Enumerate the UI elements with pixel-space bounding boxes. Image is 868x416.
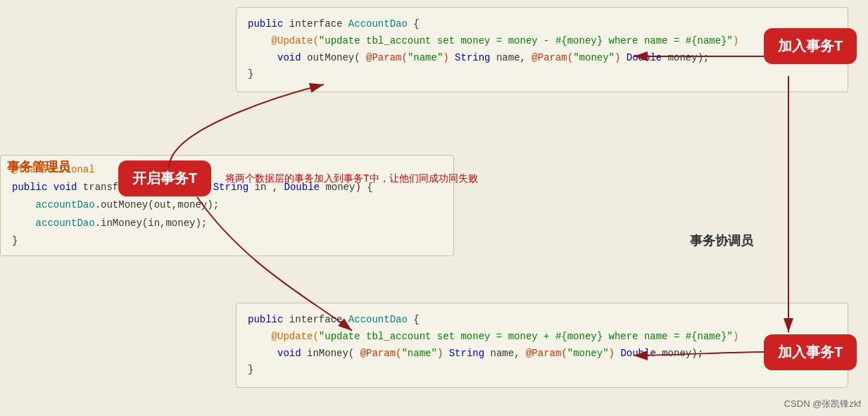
- code-line-b1: public interface AccountDao {: [248, 312, 836, 329]
- code-line-b4: }: [248, 362, 836, 379]
- method-line-1: accountDao.outMoney(out,money);: [12, 196, 442, 214]
- badge-join-top: 加入事务T: [764, 28, 857, 64]
- code-line-1: public interface AccountDao {: [248, 16, 836, 33]
- method-line-2: accountDao.inMoney(in,money);: [12, 215, 442, 232]
- manager-label: 事务管理员: [7, 158, 70, 175]
- top-code-box: public interface AccountDao { @Update("u…: [236, 7, 848, 92]
- bottom-code-box: public interface AccountDao { @Update("u…: [236, 303, 848, 388]
- annotation-text: 将两个数据层的事务加入到事务T中，让他们同成功同失败: [225, 172, 478, 185]
- code-line-2: @Update("update tbl_account set money = …: [248, 33, 836, 50]
- badge-open-transaction: 开启事务T: [118, 160, 211, 196]
- code-line-b2: @Update("update tbl_account set money = …: [248, 329, 836, 346]
- coordinator-label: 事务协调员: [690, 232, 753, 249]
- badge-join-bottom: 加入事务T: [764, 334, 857, 370]
- code-line-3: void outMoney( @Param("name") String nam…: [248, 50, 836, 67]
- code-line-4: }: [248, 66, 836, 83]
- watermark: CSDN @张凯锋zkf: [784, 398, 861, 410]
- code-line-b3: void inMoney( @Param("name") String name…: [248, 346, 836, 363]
- method-close: }: [12, 232, 442, 250]
